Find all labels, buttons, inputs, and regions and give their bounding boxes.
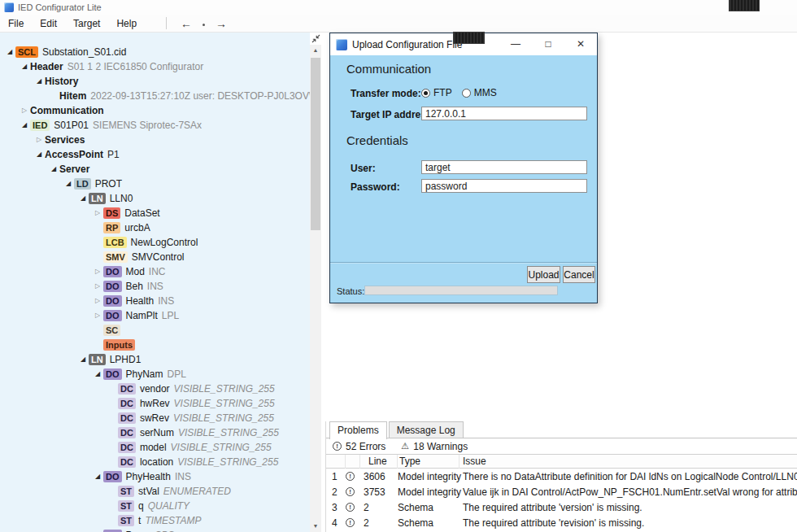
col-line[interactable]: Line	[360, 455, 398, 469]
tree-item[interactable]: DClocationVISIBLE_STRING_255	[0, 455, 310, 469]
collapse-arrow-icon[interactable]: ◢	[19, 118, 30, 133]
collapse-arrow-icon[interactable]: ◢	[33, 147, 45, 162]
forward-arrow-button[interactable]: →	[208, 15, 234, 32]
tree-item[interactable]: Hitem2022-09-13T15:27:10Z user: DESKTOP-…	[0, 89, 310, 103]
collapse-arrow-icon[interactable]: ◢	[48, 162, 59, 177]
tree-item[interactable]: SMVSMVControl	[0, 250, 310, 264]
collapse-arrow-icon[interactable]: ◢	[33, 74, 45, 89]
expand-arrow-icon[interactable]: ▷	[33, 133, 45, 147]
expand-arrow-icon[interactable]: ▷	[19, 103, 30, 118]
tree-item[interactable]: ▷DONamPltLPL	[0, 308, 310, 323]
ftp-radio-label[interactable]: FTP	[433, 87, 452, 98]
tree-item[interactable]: ◢Server	[0, 162, 310, 177]
menu-item-help[interactable]: Help	[108, 15, 145, 32]
tree-item[interactable]: SC	[0, 323, 310, 338]
password-input[interactable]	[421, 179, 587, 193]
menu-item-target[interactable]: Target	[65, 15, 108, 32]
expand-arrow-icon[interactable]: ▷	[92, 528, 103, 532]
tree-item[interactable]: Inputs	[0, 338, 310, 352]
expand-arrow-icon[interactable]: ▷	[92, 294, 103, 308]
expand-arrow-icon[interactable]: ▷	[92, 206, 103, 220]
node-badge-do: DO	[103, 295, 122, 307]
tree-item[interactable]: ◢History	[0, 74, 310, 89]
mms-radio-label[interactable]: MMS	[474, 87, 497, 98]
dialog-title-bar[interactable]: Upload Configuration File — □ ✕	[330, 33, 597, 55]
node-label: q	[138, 499, 144, 513]
collapse-arrow-icon[interactable]: ◢	[4, 45, 15, 59]
mms-radio[interactable]	[462, 89, 471, 98]
collapse-arrow-icon[interactable]: ◢	[92, 367, 103, 382]
minimize-icon[interactable]: —	[499, 33, 532, 55]
tree-item[interactable]: ▷DOBehINS	[0, 279, 310, 294]
node-badge-ln: LN	[89, 354, 106, 365]
tree-item[interactable]: DCserNumVISIBLE_STRING_255	[0, 425, 310, 440]
tree-item[interactable]: STstValENUMERATED	[0, 484, 310, 499]
problem-row[interactable]: 3!2SchemaThe required attribute 'version…	[326, 499, 797, 515]
tree-item[interactable]: ◢LDPROT	[0, 177, 310, 191]
col-issue[interactable]: Issue	[459, 455, 797, 469]
node-label: t	[138, 513, 141, 528]
collapse-arrow-icon[interactable]: ◢	[77, 352, 89, 367]
expand-arrow-icon[interactable]: ▷	[92, 264, 103, 279]
tree-item[interactable]: STqQUALITY	[0, 499, 310, 513]
tab-problems[interactable]: Problems	[329, 421, 387, 439]
tree-item[interactable]: LCBNewLogControl	[0, 235, 310, 250]
scroll-up-arrow-icon[interactable]: ▲	[310, 45, 321, 56]
col-type[interactable]: Type	[398, 455, 459, 469]
tree-item[interactable]: ▷DOHealthINS	[0, 294, 310, 308]
maximize-icon[interactable]: □	[532, 33, 564, 55]
expand-arrow-icon[interactable]: ▷	[92, 308, 103, 323]
user-input[interactable]	[421, 160, 587, 174]
collapse-arrow-icon[interactable]: ◢	[92, 469, 103, 484]
tab-message-log[interactable]: Message Log	[389, 421, 464, 438]
warning-icon: ⚠	[401, 442, 409, 451]
problem-row[interactable]: 1!3606Model integrityThere is no DataAtt…	[326, 469, 797, 484]
cancel-button[interactable]: Cancel	[563, 266, 595, 283]
tree-item[interactable]: DCswRevVISIBLE_STRING_255	[0, 411, 310, 425]
upload-configuration-dialog: Upload Configuration File — □ ✕ Communic…	[329, 33, 598, 303]
tree-item[interactable]: ◢LNLLN0	[0, 191, 310, 206]
tree-item[interactable]: ▷DOProxySPS	[0, 528, 310, 532]
problem-row[interactable]: 2!3753Model integrityValue ijk in DAI Co…	[326, 484, 797, 499]
scroll-down-arrow-icon[interactable]: ▼	[310, 521, 321, 532]
ftp-radio[interactable]	[421, 89, 430, 98]
history-dropdown-dot[interactable]	[203, 24, 205, 26]
target-ip-input[interactable]	[421, 107, 587, 120]
tree-item[interactable]: ◢IEDS01P01SIEMENS Siprotec-7SAx	[0, 118, 310, 133]
node-badge-rp: RP	[103, 222, 120, 233]
tree-item[interactable]: STtTIMESTAMP	[0, 513, 310, 528]
close-icon[interactable]: ✕	[564, 33, 597, 55]
tree-scrollbar[interactable]: ▲ ▼	[310, 45, 321, 532]
collapse-arrow-icon[interactable]: ◢	[63, 177, 74, 191]
tree-item[interactable]: ▷Communication	[0, 103, 310, 118]
collapse-arrow-icon[interactable]: ◢	[19, 59, 30, 74]
menu-item-file[interactable]: File	[0, 15, 32, 32]
menu-item-edit[interactable]: Edit	[32, 15, 65, 32]
tree-item[interactable]: ◢DOPhyHealthINS	[0, 469, 310, 484]
node-badge-scl: SCL	[15, 46, 38, 58]
tree-item[interactable]: DCvendorVISIBLE_STRING_255	[0, 382, 310, 396]
upload-button[interactable]: Upload	[527, 266, 560, 283]
tree-item[interactable]: ▷DSDataSet	[0, 206, 310, 220]
back-arrow-button[interactable]: ←	[173, 15, 199, 32]
tree-item[interactable]: ▷Services	[0, 133, 310, 147]
tree-item[interactable]: ◢HeaderS01 1 2 IEC61850 Configurator	[0, 59, 310, 74]
tree-item[interactable]: ◢AccessPointP1	[0, 147, 310, 162]
ied-configurator-window: IED Configurator Lite FileEditTargetHelp…	[0, 0, 797, 532]
tree-item[interactable]: RPurcbA	[0, 220, 310, 235]
tree-item[interactable]: DChwRevVISIBLE_STRING_255	[0, 396, 310, 411]
tree-item[interactable]: ◢SCLSubstation_S01.cid	[0, 45, 310, 59]
collapse-panel-icon[interactable]	[310, 33, 321, 44]
node-detail: S01 1 2 IEC61850 Configurator	[68, 59, 203, 74]
problem-row[interactable]: 4!2SchemaThe required attribute 'revisio…	[326, 515, 797, 530]
scrollbar-thumb[interactable]	[311, 58, 320, 230]
tree-item[interactable]: DCmodelVISIBLE_STRING_255	[0, 440, 310, 455]
tree-item[interactable]: ◢LNLPHD1	[0, 352, 310, 367]
node-badge-dc: DC	[118, 398, 136, 409]
collapse-arrow-icon[interactable]: ◢	[77, 191, 89, 206]
expand-arrow-icon[interactable]: ▷	[92, 279, 103, 294]
tree-item[interactable]: ▷DOModINC	[0, 264, 310, 279]
node-label: AccessPoint	[45, 147, 103, 162]
tree-item[interactable]: ◢DOPhyNamDPL	[0, 367, 310, 382]
node-detail: DPL	[168, 367, 186, 382]
